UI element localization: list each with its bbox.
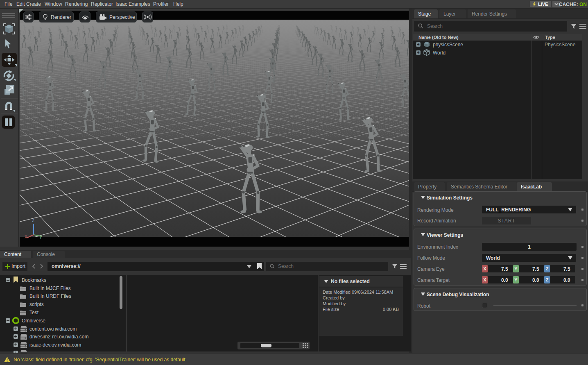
svg-text:Z: Z [32,219,34,223]
svg-text:Y: Y [39,235,42,240]
svg-text:X: X [25,235,27,239]
